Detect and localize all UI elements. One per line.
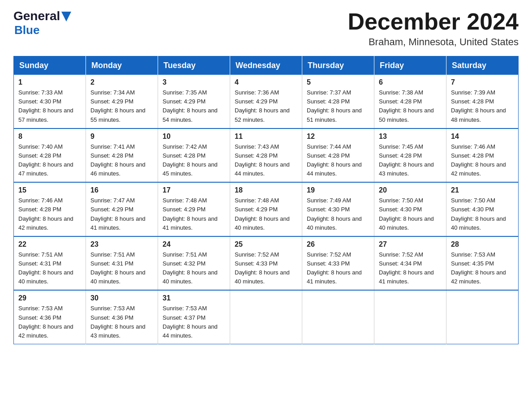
calendar-cell: 11 Sunrise: 7:43 AMSunset: 4:28 PMDaylig… xyxy=(230,128,302,183)
calendar-title: December 2024 xyxy=(348,9,519,34)
day-info: Sunrise: 7:40 AMSunset: 4:28 PMDaylight:… xyxy=(18,143,73,177)
calendar-cell: 16 Sunrise: 7:47 AMSunset: 4:29 PMDaylig… xyxy=(86,182,158,236)
day-info: Sunrise: 7:51 AMSunset: 4:32 PMDaylight:… xyxy=(163,251,218,285)
day-number: 5 xyxy=(307,78,369,86)
logo-arrow-icon xyxy=(61,12,71,21)
day-number: 2 xyxy=(90,78,153,86)
day-number: 7 xyxy=(451,78,514,86)
calendar-week-row: 29 Sunrise: 7:53 AMSunset: 4:36 PMDaylig… xyxy=(14,290,519,344)
day-info: Sunrise: 7:45 AMSunset: 4:28 PMDaylight:… xyxy=(379,143,434,177)
day-number: 15 xyxy=(18,186,81,194)
day-number: 23 xyxy=(90,240,153,248)
header-sunday: Sunday xyxy=(14,56,86,75)
header-thursday: Thursday xyxy=(302,56,374,75)
day-number: 1 xyxy=(18,78,81,86)
day-number: 14 xyxy=(451,133,514,141)
calendar-week-row: 15 Sunrise: 7:46 AMSunset: 4:28 PMDaylig… xyxy=(14,182,519,236)
calendar-cell: 17 Sunrise: 7:48 AMSunset: 4:29 PMDaylig… xyxy=(158,182,230,236)
calendar-cell: 23 Sunrise: 7:51 AMSunset: 4:31 PMDaylig… xyxy=(86,236,158,291)
calendar-subtitle: Braham, Minnesota, United States xyxy=(348,36,519,48)
calendar-cell: 20 Sunrise: 7:50 AMSunset: 4:30 PMDaylig… xyxy=(374,182,446,236)
day-info: Sunrise: 7:53 AMSunset: 4:36 PMDaylight:… xyxy=(18,305,73,338)
page-header: General Blue December 2024 Braham, Minne… xyxy=(13,9,519,48)
day-info: Sunrise: 7:39 AMSunset: 4:28 PMDaylight:… xyxy=(451,89,506,123)
calendar-cell: 6 Sunrise: 7:38 AMSunset: 4:28 PMDayligh… xyxy=(374,75,446,128)
calendar-cell: 31 Sunrise: 7:53 AMSunset: 4:37 PMDaylig… xyxy=(158,290,230,344)
logo-blue-text: Blue xyxy=(14,23,39,37)
day-number: 13 xyxy=(379,133,442,141)
day-info: Sunrise: 7:44 AMSunset: 4:28 PMDaylight:… xyxy=(307,143,362,177)
calendar-cell: 1 Sunrise: 7:33 AMSunset: 4:30 PMDayligh… xyxy=(14,75,86,128)
calendar-table: Sunday Monday Tuesday Wednesday Thursday… xyxy=(13,56,519,344)
day-info: Sunrise: 7:41 AMSunset: 4:28 PMDaylight:… xyxy=(90,143,146,177)
day-number: 10 xyxy=(163,133,225,141)
day-info: Sunrise: 7:53 AMSunset: 4:36 PMDaylight:… xyxy=(90,305,146,338)
day-number: 9 xyxy=(90,133,153,141)
day-number: 12 xyxy=(307,133,369,141)
day-number: 29 xyxy=(18,294,81,302)
calendar-cell: 18 Sunrise: 7:48 AMSunset: 4:29 PMDaylig… xyxy=(230,182,302,236)
day-info: Sunrise: 7:37 AMSunset: 4:28 PMDaylight:… xyxy=(307,89,362,123)
day-number: 25 xyxy=(235,240,297,248)
calendar-cell: 9 Sunrise: 7:41 AMSunset: 4:28 PMDayligh… xyxy=(86,128,158,183)
calendar-cell: 22 Sunrise: 7:51 AMSunset: 4:31 PMDaylig… xyxy=(14,236,86,291)
calendar-cell: 13 Sunrise: 7:45 AMSunset: 4:28 PMDaylig… xyxy=(374,128,446,183)
day-number: 4 xyxy=(235,78,297,86)
logo-general-text: General xyxy=(13,9,60,23)
calendar-week-row: 8 Sunrise: 7:40 AMSunset: 4:28 PMDayligh… xyxy=(14,128,519,183)
day-info: Sunrise: 7:51 AMSunset: 4:31 PMDaylight:… xyxy=(90,251,146,285)
day-info: Sunrise: 7:34 AMSunset: 4:29 PMDaylight:… xyxy=(90,89,146,123)
day-number: 17 xyxy=(163,186,225,194)
calendar-cell: 2 Sunrise: 7:34 AMSunset: 4:29 PMDayligh… xyxy=(86,75,158,128)
header-saturday: Saturday xyxy=(446,56,519,75)
day-info: Sunrise: 7:48 AMSunset: 4:29 PMDaylight:… xyxy=(235,197,290,231)
day-number: 19 xyxy=(307,186,369,194)
calendar-cell: 15 Sunrise: 7:46 AMSunset: 4:28 PMDaylig… xyxy=(14,182,86,236)
day-number: 26 xyxy=(307,240,369,248)
day-info: Sunrise: 7:46 AMSunset: 4:28 PMDaylight:… xyxy=(451,143,506,177)
day-info: Sunrise: 7:51 AMSunset: 4:31 PMDaylight:… xyxy=(18,251,73,285)
day-info: Sunrise: 7:50 AMSunset: 4:30 PMDaylight:… xyxy=(379,197,434,231)
header-friday: Friday xyxy=(374,56,446,75)
calendar-cell: 5 Sunrise: 7:37 AMSunset: 4:28 PMDayligh… xyxy=(302,75,374,128)
day-number: 11 xyxy=(235,133,297,141)
day-number: 3 xyxy=(163,78,225,86)
svg-marker-0 xyxy=(61,12,71,21)
calendar-cell: 14 Sunrise: 7:46 AMSunset: 4:28 PMDaylig… xyxy=(446,128,519,183)
calendar-cell xyxy=(446,290,519,344)
day-number: 21 xyxy=(451,186,514,194)
logo-line1: General xyxy=(13,9,71,23)
day-info: Sunrise: 7:47 AMSunset: 4:29 PMDaylight:… xyxy=(90,197,146,231)
day-info: Sunrise: 7:33 AMSunset: 4:30 PMDaylight:… xyxy=(18,89,73,123)
header-wednesday: Wednesday xyxy=(230,56,302,75)
weekday-header-row: Sunday Monday Tuesday Wednesday Thursday… xyxy=(14,56,519,75)
day-info: Sunrise: 7:53 AMSunset: 4:35 PMDaylight:… xyxy=(451,251,506,285)
calendar-cell xyxy=(374,290,446,344)
day-info: Sunrise: 7:49 AMSunset: 4:30 PMDaylight:… xyxy=(307,197,362,231)
calendar-cell: 27 Sunrise: 7:52 AMSunset: 4:34 PMDaylig… xyxy=(374,236,446,291)
day-number: 16 xyxy=(90,186,153,194)
day-info: Sunrise: 7:42 AMSunset: 4:28 PMDaylight:… xyxy=(163,143,218,177)
calendar-week-row: 1 Sunrise: 7:33 AMSunset: 4:30 PMDayligh… xyxy=(14,75,519,128)
calendar-cell: 25 Sunrise: 7:52 AMSunset: 4:33 PMDaylig… xyxy=(230,236,302,291)
logo: General Blue xyxy=(13,9,71,37)
day-number: 22 xyxy=(18,240,81,248)
day-info: Sunrise: 7:36 AMSunset: 4:29 PMDaylight:… xyxy=(235,89,290,123)
day-number: 6 xyxy=(379,78,442,86)
calendar-cell: 24 Sunrise: 7:51 AMSunset: 4:32 PMDaylig… xyxy=(158,236,230,291)
calendar-cell: 21 Sunrise: 7:50 AMSunset: 4:30 PMDaylig… xyxy=(446,182,519,236)
day-info: Sunrise: 7:35 AMSunset: 4:29 PMDaylight:… xyxy=(163,89,218,123)
day-number: 31 xyxy=(163,294,225,302)
calendar-cell: 7 Sunrise: 7:39 AMSunset: 4:28 PMDayligh… xyxy=(446,75,519,128)
day-info: Sunrise: 7:53 AMSunset: 4:37 PMDaylight:… xyxy=(163,305,218,338)
day-info: Sunrise: 7:46 AMSunset: 4:28 PMDaylight:… xyxy=(18,197,73,231)
title-block: December 2024 Braham, Minnesota, United … xyxy=(348,9,519,48)
calendar-cell: 3 Sunrise: 7:35 AMSunset: 4:29 PMDayligh… xyxy=(158,75,230,128)
calendar-cell: 28 Sunrise: 7:53 AMSunset: 4:35 PMDaylig… xyxy=(446,236,519,291)
day-number: 8 xyxy=(18,133,81,141)
calendar-week-row: 22 Sunrise: 7:51 AMSunset: 4:31 PMDaylig… xyxy=(14,236,519,291)
day-info: Sunrise: 7:52 AMSunset: 4:33 PMDaylight:… xyxy=(235,251,290,285)
calendar-cell: 29 Sunrise: 7:53 AMSunset: 4:36 PMDaylig… xyxy=(14,290,86,344)
day-info: Sunrise: 7:48 AMSunset: 4:29 PMDaylight:… xyxy=(163,197,218,231)
day-info: Sunrise: 7:43 AMSunset: 4:28 PMDaylight:… xyxy=(235,143,290,177)
